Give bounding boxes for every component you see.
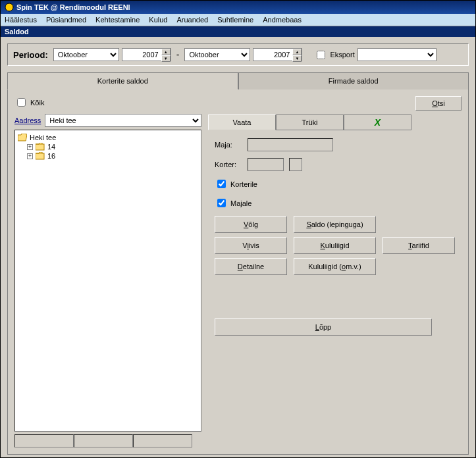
menu-pusiandmed[interactable]: Püsiandmed	[46, 16, 86, 24]
detailne-button[interactable]: Detailne	[215, 258, 287, 275]
main-tabs: Korterite saldod Firmade saldod	[7, 72, 469, 89]
tariifid-button[interactable]: Tariifid	[383, 237, 455, 254]
status-cell	[133, 434, 192, 447]
expand-icon[interactable]: +	[27, 144, 33, 150]
export-select[interactable]	[357, 48, 436, 61]
left-column: Kõik Aadress Heki tee Heki tee + 14 +	[14, 96, 201, 447]
tree-child[interactable]: + 14	[18, 142, 198, 151]
tree-child-label: 14	[47, 143, 55, 151]
korter-field	[248, 158, 284, 171]
viivis-button[interactable]: Viivis	[215, 237, 287, 254]
status-cell	[14, 434, 74, 447]
majale-checkbox-label[interactable]: Majale	[215, 197, 251, 209]
expand-icon[interactable]: +	[27, 153, 33, 159]
menu-kulud[interactable]: Kulud	[149, 16, 167, 24]
menu-andmebaas[interactable]: Andmebaas	[263, 16, 302, 24]
korterile-label: Korterile	[230, 180, 257, 188]
tab-firmade[interactable]: Firmade saldod	[238, 72, 469, 89]
title-bar: Spin TEK @ Rendimoodul REENI	[1, 1, 475, 14]
koik-label: Kõik	[30, 99, 44, 107]
main-panel: Kõik Aadress Heki tee Heki tee + 14 +	[7, 89, 469, 455]
folder-icon	[36, 143, 45, 151]
kululiigid-omv-button[interactable]: Kululiigid (om.v.)	[294, 258, 376, 275]
volg-button[interactable]: Võlg	[215, 216, 287, 233]
export-checkbox[interactable]	[317, 51, 325, 59]
tree-root[interactable]: Heki tee	[18, 133, 198, 142]
subtab-vaata[interactable]: Vaata	[208, 114, 276, 130]
period-toolbar: Periood: Oktoober ▲▼ - Oktoober ▲▼ Ekspo…	[7, 43, 469, 66]
period-label: Periood:	[13, 50, 48, 60]
subtab-truki[interactable]: Trüki	[276, 114, 344, 130]
to-year-spinner[interactable]: ▲▼	[253, 48, 302, 61]
korter-label: Korter:	[215, 161, 242, 168]
spin-up-icon[interactable]: ▲	[292, 49, 302, 55]
from-month-select[interactable]: Oktoober	[53, 48, 119, 61]
sub-title: Saldod	[1, 26, 475, 37]
spin-down-icon[interactable]: ▼	[292, 55, 302, 62]
aadress-link[interactable]: Aadress	[14, 116, 41, 124]
otsi-button[interactable]: Otsi	[415, 96, 462, 111]
tree-root-label: Heki tee	[30, 134, 56, 141]
to-year-input[interactable]	[253, 48, 292, 61]
koik-checkbox[interactable]	[17, 98, 26, 107]
sub-tabs: Vaata Trüki X	[208, 114, 462, 130]
maja-label: Maja:	[215, 141, 242, 149]
export-checkbox-label[interactable]: Eksport	[314, 49, 354, 61]
aadress-select[interactable]: Heki tee	[45, 114, 201, 127]
majale-label: Majale	[230, 199, 251, 207]
tab-korterite[interactable]: Korterite saldod	[7, 72, 238, 89]
form-area: Maja: Korter: Korterile	[208, 130, 462, 336]
period-dash: -	[174, 49, 182, 60]
tree-child-label: 16	[47, 152, 55, 160]
to-month-select[interactable]: Oktoober	[184, 48, 250, 61]
menu-aruanded[interactable]: Aruanded	[176, 16, 208, 24]
button-grid: Võlg Saldo (lepinguga) Viivis Kululiigid…	[215, 216, 455, 275]
menu-bar: Häälestus Püsiandmed Kehtestamine Kulud …	[1, 14, 475, 26]
folder-open-icon	[18, 134, 27, 141]
excel-x-icon: X	[375, 117, 381, 128]
korter-field2	[289, 158, 302, 171]
window-title: Spin TEK @ Rendimoodul REENI	[16, 3, 130, 11]
saldo-button[interactable]: Saldo (lepinguga)	[294, 216, 376, 233]
lopp-button[interactable]: Lõpp	[215, 318, 432, 336]
spin-down-icon[interactable]: ▼	[161, 55, 171, 62]
korterile-checkbox-label[interactable]: Korterile	[215, 178, 257, 190]
svg-rect-2	[36, 153, 44, 159]
from-year-input[interactable]	[122, 48, 161, 61]
tree-child[interactable]: + 16	[18, 151, 198, 161]
menu-kehtestamine[interactable]: Kehtestamine	[95, 16, 140, 24]
right-column: Otsi Vaata Trüki X Maja: Korter:	[208, 96, 462, 447]
kululiigid-button[interactable]: Kululiigid	[294, 237, 376, 254]
korterile-checkbox[interactable]	[217, 180, 226, 188]
from-year-spinner[interactable]: ▲▼	[122, 48, 171, 61]
export-label: Eksport	[330, 51, 354, 59]
koik-checkbox-label[interactable]: Kõik	[14, 96, 201, 109]
majale-checkbox[interactable]	[217, 199, 226, 207]
spin-up-icon[interactable]: ▲	[161, 49, 171, 55]
status-cell	[74, 434, 133, 447]
svg-rect-1	[36, 144, 44, 150]
app-icon	[5, 3, 14, 12]
menu-haalestus[interactable]: Häälestus	[5, 16, 37, 24]
svg-point-0	[5, 3, 13, 11]
status-bar	[14, 434, 201, 447]
address-tree[interactable]: Heki tee + 14 + 16	[14, 130, 201, 432]
menu-suhtlemine[interactable]: Suhtlemine	[217, 16, 253, 24]
maja-field	[248, 138, 333, 151]
subtab-excel[interactable]: X	[344, 114, 411, 130]
folder-icon	[36, 152, 45, 160]
